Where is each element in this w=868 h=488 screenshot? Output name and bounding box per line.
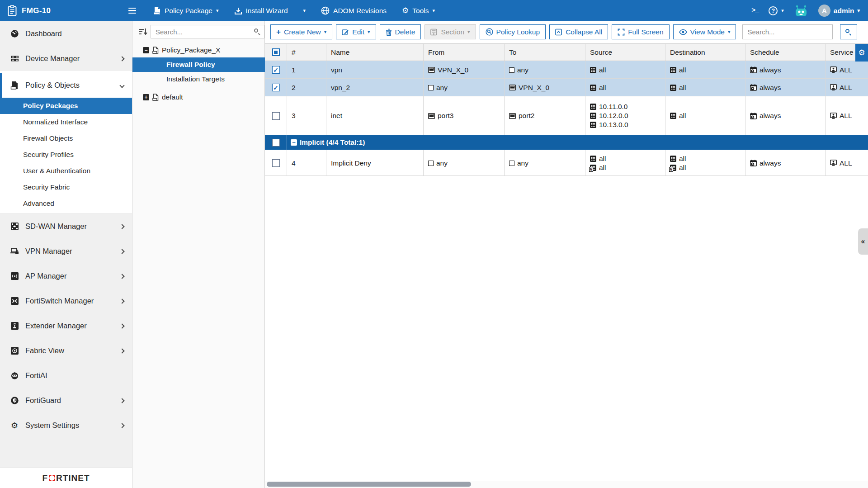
row-checkbox[interactable]: [272, 112, 280, 120]
search-button[interactable]: [840, 24, 857, 39]
cell-schedule-label: always: [760, 112, 781, 120]
chevron-right-icon: [119, 423, 124, 428]
collapse-all-label: Collapse All: [566, 28, 602, 36]
sidebar-subitem-normalized-interface[interactable]: Normalized Interface: [0, 114, 132, 130]
hamburger-menu-icon[interactable]: [128, 8, 136, 14]
column-settings-gear-icon[interactable]: ⚙: [855, 44, 868, 62]
forti-assistant-icon[interactable]: [794, 5, 808, 17]
user-menu[interactable]: A admin ▾: [818, 5, 860, 17]
column-header-number[interactable]: #: [287, 44, 326, 61]
menu-policy-package[interactable]: Policy Package ▾: [153, 7, 219, 15]
cell-to-label: port2: [519, 112, 534, 120]
service-icon: [830, 66, 837, 73]
sidebar-item-policy-objects[interactable]: Policy & Objects: [0, 73, 132, 98]
sidebar-item-fortiai[interactable]: FortiAI: [0, 363, 132, 388]
create-new-button[interactable]: + Create New ▾: [270, 24, 332, 39]
policy-lookup-button[interactable]: Policy Lookup: [480, 24, 546, 39]
cell-to: any: [505, 61, 585, 79]
row-checkbox[interactable]: ✓: [272, 84, 280, 91]
column-header-from[interactable]: From: [424, 44, 505, 61]
sidebar-item-extender-manager[interactable]: Extender Manager: [0, 313, 132, 338]
collapse-minus-icon[interactable]: −: [143, 47, 149, 53]
collapse-all-button[interactable]: Collapse All: [549, 24, 608, 39]
sidebar-subitem-user-authentication[interactable]: User & Authentication: [0, 163, 132, 179]
policy-row-2[interactable]: ✓ 2 vpn_2 any VPN_X_0 all all: [265, 79, 868, 96]
row-checkbox[interactable]: ✓: [272, 66, 280, 74]
sidebar-subitem-advanced[interactable]: Advanced: [0, 195, 132, 212]
system-settings-icon: ⚙: [10, 421, 19, 430]
cell-from: VPN_X_0: [424, 61, 505, 79]
delete-button[interactable]: Delete: [380, 24, 421, 39]
edit-button[interactable]: Edit ▾: [336, 24, 376, 39]
fortiguard-icon: [10, 396, 19, 405]
sidebar-item-dashboard[interactable]: Dashboard: [0, 21, 132, 46]
sidebar-item-fabric-view[interactable]: Fabric View: [0, 338, 132, 363]
chevron-right-icon: [119, 348, 124, 353]
sidebar-subitem-security-fabric[interactable]: Security Fabric: [0, 179, 132, 195]
sidebar-item-system-settings[interactable]: ⚙ System Settings: [0, 413, 132, 438]
subitem-label: Security Profiles: [23, 151, 74, 159]
row-checkbox[interactable]: [272, 159, 280, 167]
implicit-section-header[interactable]: − Implicit (4/4 Total:1): [265, 135, 868, 150]
main-sidebar: Dashboard Device Manager Policy & Object…: [0, 21, 132, 488]
policy-objects-icon: [10, 81, 19, 90]
sidebar-item-sdwan-manager[interactable]: SD-WAN Manager: [0, 214, 132, 239]
cell-service: ALL: [826, 150, 868, 176]
logo-text: F: [42, 473, 48, 483]
chevron-down-icon: ▾: [728, 29, 731, 34]
policy-lookup-icon: [486, 28, 493, 36]
column-header-source[interactable]: Source: [585, 44, 665, 61]
help-menu[interactable]: ? ▾: [769, 6, 784, 15]
sidebar-item-device-manager[interactable]: Device Manager: [0, 46, 132, 71]
tree-item-installation-targets[interactable]: Installation Targets: [132, 72, 265, 86]
sidebar-item-vpn-manager[interactable]: VPN Manager: [0, 239, 132, 264]
full-screen-label: Full Screen: [628, 28, 663, 36]
cli-console-icon[interactable]: >_: [751, 7, 759, 14]
sidebar-subitem-firewall-objects[interactable]: Firewall Objects: [0, 130, 132, 147]
menu-adom-revisions[interactable]: ADOM Revisions: [321, 6, 387, 15]
expand-plus-icon[interactable]: +: [143, 94, 149, 100]
column-header-schedule[interactable]: Schedule: [745, 44, 826, 61]
section-button[interactable]: Section ▾: [425, 24, 476, 39]
tree-search-input[interactable]: [151, 25, 264, 38]
tree-item-policy-package-x[interactable]: − Policy_Package_X: [132, 43, 265, 57]
scrollbar-thumb[interactable]: [267, 482, 471, 487]
sidebar-subitem-security-profiles[interactable]: Security Profiles: [0, 147, 132, 163]
interface-icon: [509, 85, 516, 90]
section-checkbox[interactable]: [272, 139, 280, 147]
chevron-down-icon: ▾: [467, 29, 470, 34]
sidebar-item-label: FortiGuard: [25, 396, 114, 405]
policy-row-4-implicit-deny[interactable]: 4 Implicit Deny any any all 6all all 6al…: [265, 150, 868, 176]
menu-install-wizard[interactable]: Install Wizard ▾: [234, 7, 306, 15]
fortiai-icon: [10, 371, 19, 380]
package-tree-panel: − Policy_Package_X Firewall Policy Insta…: [132, 21, 265, 488]
cell-service-label: ALL: [840, 66, 852, 74]
collapse-minus-icon[interactable]: −: [291, 139, 297, 146]
section-label: Implicit (4/4 Total:1): [300, 138, 365, 147]
cell-number: 4: [287, 150, 326, 176]
column-header-to[interactable]: To: [505, 44, 585, 61]
select-all-checkbox[interactable]: [272, 48, 280, 56]
menu-install-wizard-label: Install Wizard: [246, 7, 288, 15]
tree-item-default[interactable]: + default: [132, 90, 265, 104]
collapse-right-panel-tab[interactable]: «: [858, 228, 868, 255]
sidebar-item-fortiguard[interactable]: FortiGuard: [0, 388, 132, 413]
column-header-destination[interactable]: Destination: [665, 44, 745, 61]
policy-search-input[interactable]: [742, 24, 833, 39]
subitem-label: Advanced: [23, 199, 54, 208]
chevron-down-icon[interactable]: ▾: [303, 8, 306, 13]
tree-item-firewall-policy[interactable]: Firewall Policy: [132, 57, 265, 72]
menu-tools[interactable]: ⚙ Tools ▾: [402, 7, 435, 15]
sidebar-subitem-policy-packages[interactable]: Policy Packages: [0, 98, 132, 114]
cell-to: port2: [505, 96, 585, 135]
policy-row-3[interactable]: 3 inet port3 port2 10.11.0.0 10.12.0.0 1…: [265, 96, 868, 135]
horizontal-scrollbar[interactable]: [265, 481, 868, 488]
sidebar-item-fortiswitch-manager[interactable]: FortiSwitch Manager: [0, 289, 132, 313]
sort-icon[interactable]: [139, 28, 148, 36]
full-screen-button[interactable]: Full Screen: [612, 24, 669, 39]
view-mode-button[interactable]: View Mode ▾: [673, 24, 736, 39]
sidebar-item-ap-manager[interactable]: AP Manager: [0, 264, 132, 289]
policy-row-1[interactable]: ✓ 1 vpn VPN_X_0 any all all: [265, 61, 868, 79]
column-header-name[interactable]: Name: [326, 44, 424, 61]
cell-schedule-label: always: [760, 66, 781, 74]
